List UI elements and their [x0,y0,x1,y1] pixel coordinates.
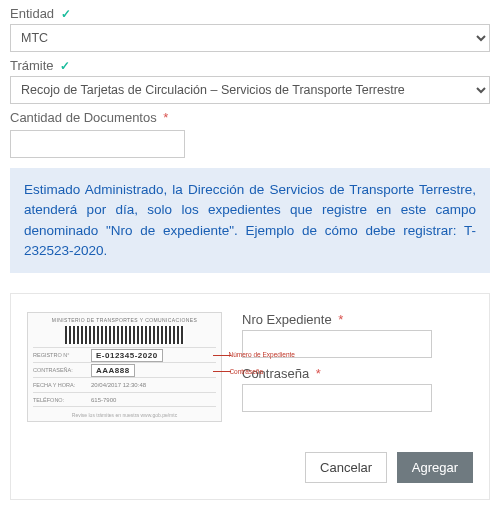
required-icon: * [338,312,343,327]
sample-tel-value: 615-7900 [91,397,116,403]
add-button[interactable]: Agregar [397,452,473,483]
sample-reg-value: E-012345-2020 [91,349,163,362]
sample-date-label: FECHA Y HORA: [33,382,91,388]
tramite-label: Trámite [10,58,54,73]
callout-registro: Número de Expediente [229,351,296,358]
sample-pwd-value: AAA888 [91,364,135,377]
sample-foot: Revise los trámites en nuestra www.gob.p… [33,413,216,419]
entidad-select[interactable]: MTC [10,24,490,52]
required-icon: * [316,366,321,381]
nro-expediente-label: Nro Expediente [242,312,332,327]
tramite-group: Trámite ✓ Recojo de Tarjetas de Circulac… [10,58,490,104]
button-row: Cancelar Agregar [27,452,473,483]
tramite-select[interactable]: Recojo de Tarjetas de Circulación – Serv… [10,76,490,104]
info-message: Estimado Administrado, la Dirección de S… [10,168,490,273]
cantidad-group: Cantidad de Documentos * [10,110,490,158]
cantidad-label: Cantidad de Documentos [10,110,157,125]
sample-pwd-label: CONTRASEÑA: [33,367,91,373]
expediente-panel: MINISTERIO DE TRANSPORTES Y COMUNICACION… [10,293,490,500]
sample-tel-label: TELÉFONO: [33,397,91,403]
callout-contrasena: Contraseña [229,368,263,375]
entidad-label: Entidad [10,6,54,21]
expediente-form: Nro Expediente * Contraseña * [242,312,473,418]
check-icon: ✓ [60,59,70,73]
sample-reg-label: REGISTRO N° [33,352,91,358]
entidad-group: Entidad ✓ MTC [10,6,490,52]
callout-line-icon [213,371,231,372]
sample-date-value: 20/04/2017 12:30:48 [91,382,146,388]
barcode-icon [65,326,185,344]
contrasena-input[interactable] [242,384,432,412]
sample-card-image: MINISTERIO DE TRANSPORTES Y COMUNICACION… [27,312,222,422]
check-icon: ✓ [61,7,71,21]
sample-ministry: MINISTERIO DE TRANSPORTES Y COMUNICACION… [33,317,216,323]
cancel-button[interactable]: Cancelar [305,452,387,483]
cantidad-input[interactable] [10,130,185,158]
required-icon: * [163,110,168,125]
